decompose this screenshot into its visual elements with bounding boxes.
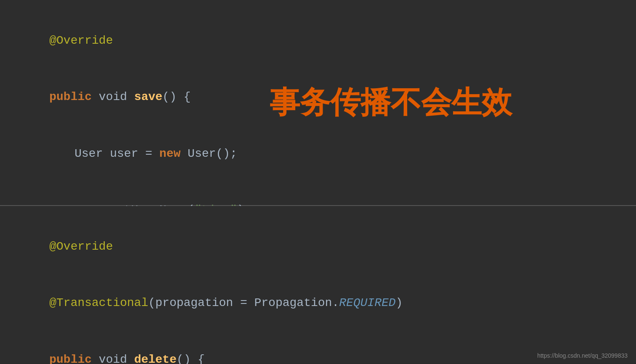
method-save: save bbox=[134, 90, 162, 103]
void-text: void bbox=[92, 90, 134, 103]
code-line-override1: @Override bbox=[21, 13, 615, 69]
propagation-text: (propagation = Propagation. bbox=[148, 296, 339, 309]
new-user: User(); bbox=[180, 147, 237, 160]
required-italic: REQUIRED bbox=[339, 296, 395, 309]
bottom-section: @Override @Transactional(propagation = P… bbox=[0, 206, 636, 363]
keyword-new1: new bbox=[159, 147, 180, 160]
code-line-public-save: public void save() { bbox=[21, 69, 615, 125]
method-delete: delete bbox=[134, 353, 177, 364]
delete-paren: () { bbox=[177, 353, 205, 364]
code-line-override2: @Override bbox=[21, 219, 615, 275]
type-user: User user = bbox=[74, 147, 159, 160]
annotation-override: @Override bbox=[49, 34, 113, 47]
code-line-transactional: @Transactional(propagation = Propagation… bbox=[21, 275, 615, 331]
annotation-override2: @Override bbox=[49, 240, 113, 253]
void-text2: void bbox=[92, 353, 134, 364]
paren-open: () { bbox=[162, 90, 191, 103]
code-line-user-decl: User user = new User(); bbox=[21, 126, 615, 182]
url-watermark: https://blog.csdn.net/qq_32099833 bbox=[537, 352, 628, 359]
annotation-transactional: @Transactional bbox=[49, 296, 148, 309]
top-section: @Override public void save() { User user… bbox=[0, 0, 636, 206]
code-line-public-delete: public void delete() { bbox=[21, 332, 615, 364]
keyword-public: public bbox=[49, 90, 92, 103]
keyword-public2: public bbox=[49, 353, 92, 364]
paren-close-transactional: ) bbox=[396, 296, 403, 309]
